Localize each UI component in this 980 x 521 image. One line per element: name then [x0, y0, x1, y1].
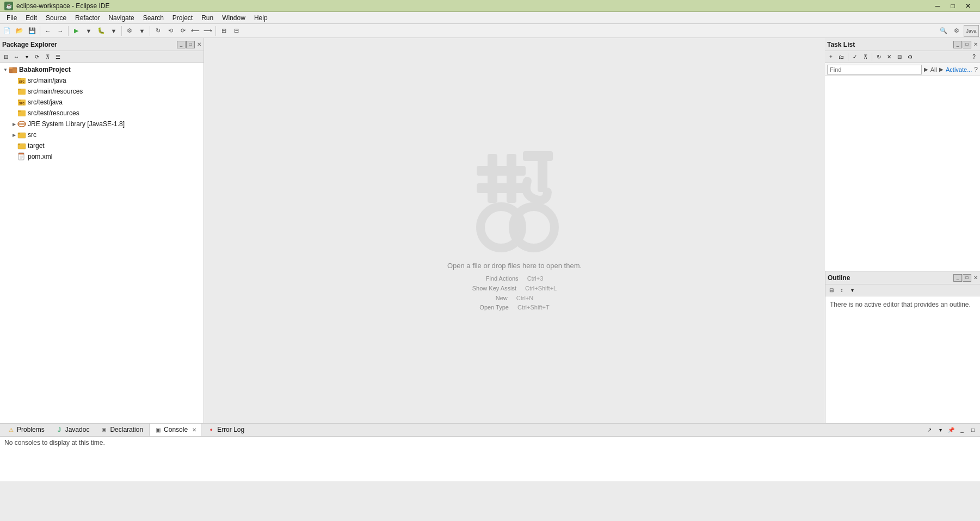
console-close-btn[interactable]: ✕ — [192, 427, 196, 433]
maximize-button[interactable]: □ — [945, 0, 960, 12]
toolbar-search[interactable]: 🔍 — [938, 25, 950, 37]
tl-delete-btn[interactable]: ✕ — [884, 52, 894, 62]
close-button[interactable]: ✕ — [960, 0, 976, 12]
tree-item-src-main-resources[interactable]: ▶ src/main/resources — [0, 86, 204, 97]
pe-viewas-btn[interactable]: ☰ — [53, 52, 63, 62]
tl-filter-btn[interactable]: ⊼ — [860, 52, 870, 62]
tree-item-project[interactable]: ▼ BabakomProject — [0, 64, 204, 75]
tab-declaration[interactable]: ▣ Declaration — [95, 424, 148, 436]
toolbar-debug-dd[interactable]: ▼ — [108, 25, 120, 37]
outline-maximize-btn[interactable]: □ — [963, 274, 971, 282]
src-icon — [17, 131, 26, 139]
tab-javadoc[interactable]: J Javadoc — [51, 424, 95, 436]
tree-item-jre[interactable]: ▶ JRE System Library [JavaSE-1.8] — [0, 119, 204, 129]
tl-close-btn[interactable]: ✕ — [973, 41, 978, 47]
bottom-tab-toolbar: ↗ ▾ 📌 _ □ — [924, 425, 978, 435]
menu-help[interactable]: Help — [250, 12, 272, 23]
bottom-pin-btn[interactable]: 📌 — [946, 425, 956, 435]
pe-minimize-btn[interactable]: _ — [177, 41, 186, 48]
menu-window[interactable]: Window — [218, 12, 250, 23]
toolbar-run[interactable]: ▶ — [70, 25, 82, 37]
tree-item-src[interactable]: ▶ src — [0, 129, 204, 140]
window-controls[interactable]: ─ □ ✕ — [930, 0, 976, 12]
menu-refactor[interactable]: Refactor — [71, 12, 104, 23]
target-label: target — [28, 142, 45, 150]
toolbar-views[interactable]: ⊟ — [230, 25, 242, 37]
toolbar-open[interactable]: 📂 — [14, 25, 26, 37]
menu-project[interactable]: Project — [168, 12, 197, 23]
outline-no-editor-msg: There is no active editor that provides … — [830, 301, 971, 308]
toolbar-run-dd[interactable]: ▼ — [83, 25, 95, 37]
menu-file[interactable]: File — [2, 12, 21, 23]
bottom-open-console-btn[interactable]: ▾ — [935, 425, 945, 435]
pe-filter-btn[interactable]: ⊼ — [42, 52, 52, 62]
task-help-icon[interactable]: ? — [974, 66, 978, 73]
package-explorer-win-btns[interactable]: _ □ — [177, 41, 195, 48]
pe-collapse-btn[interactable]: ⊟ — [1, 52, 11, 62]
tl-minimize-btn[interactable]: _ — [953, 41, 962, 48]
task-find-input[interactable] — [827, 65, 922, 75]
tl-new-btn[interactable]: + — [826, 52, 836, 62]
pom-label: pom.xml — [28, 153, 52, 160]
pe-viewmenu-btn[interactable]: ▾ — [22, 52, 32, 62]
project-icon — [9, 65, 17, 74]
menu-run[interactable]: Run — [197, 12, 218, 23]
pe-link-btn[interactable]: ↔ — [11, 52, 21, 62]
bottom-maximize-btn[interactable]: □ — [968, 425, 978, 435]
svg-rect-7 — [18, 89, 21, 90]
pe-sync-btn[interactable]: ⟳ — [32, 52, 42, 62]
menu-search[interactable]: Search — [139, 12, 168, 23]
toolbar-debug[interactable]: 🐛 — [95, 25, 107, 37]
toolbar-sep-3 — [121, 26, 122, 36]
tl-mark-btn[interactable]: ⊟ — [895, 52, 904, 62]
package-explorer-toolbar: ⊟ ↔ ▾ ⟳ ⊼ ☰ — [0, 51, 204, 63]
tree-item-pom[interactable]: ▶ pom.xml — [0, 151, 204, 162]
toolbar-new[interactable]: 📄 — [1, 25, 13, 37]
bottom-minimize-btn[interactable]: _ — [957, 425, 967, 435]
shortcut-open-type-key: Ctrl+Shift+T — [517, 303, 550, 313]
task-find-bar: ▶ All ▶ Activate... ? — [825, 63, 980, 76]
toolbar-ext1[interactable]: ↻ — [152, 25, 164, 37]
toolbar-ext2[interactable]: ⟲ — [164, 25, 176, 37]
toolbar-ext3[interactable]: ⟳ — [177, 25, 189, 37]
tl-hide-complete-btn[interactable]: ✓ — [850, 52, 860, 62]
tl-newcat-btn[interactable]: 🗂 — [836, 52, 846, 62]
minimize-button[interactable]: ─ — [930, 0, 945, 12]
toolbar-build-dd[interactable]: ▼ — [136, 25, 148, 37]
toolbar-build[interactable]: ⚙ — [124, 25, 135, 37]
menu-navigate[interactable]: Navigate — [104, 12, 138, 23]
outline-sort-btn[interactable]: ↕ — [837, 286, 847, 295]
tl-settings-btn[interactable]: ⚙ — [905, 52, 915, 62]
toolbar-back[interactable]: ← — [42, 25, 54, 37]
tree-item-src-test-java[interactable]: ▶ src src/test/java — [0, 97, 204, 108]
pe-close-btn[interactable]: ✕ — [197, 41, 201, 47]
outline-viewmenu-btn[interactable]: ▾ — [847, 286, 857, 295]
tl-maximize-btn[interactable]: □ — [963, 41, 971, 48]
tl-help-btn[interactable]: ? — [969, 52, 979, 62]
src-label: src — [28, 131, 36, 139]
toolbar-fwd[interactable]: → — [54, 25, 66, 37]
tree-item-src-test-resources[interactable]: ▶ src/test/resources — [0, 108, 204, 119]
pe-maximize-btn[interactable]: □ — [186, 41, 195, 48]
tree-item-src-main-java[interactable]: ▶ src src/main/java — [0, 75, 204, 86]
toolbar-prefs[interactable]: ⚙ — [951, 25, 963, 37]
outline-win-btns[interactable]: _ □ — [953, 274, 971, 282]
toolbar-ext5[interactable]: ⟶ — [202, 25, 214, 37]
task-list-win-btns[interactable]: _ □ — [953, 41, 971, 48]
tl-refresh-btn[interactable]: ↻ — [874, 52, 884, 62]
task-activate-link[interactable]: Activate... — [946, 66, 972, 73]
toolbar-ext4[interactable]: ⟵ — [189, 25, 201, 37]
toolbar-perspective-java[interactable]: Java — [964, 25, 979, 37]
tab-problems[interactable]: ⚠ Problems — [2, 424, 50, 436]
bottom-new-console-btn[interactable]: ↗ — [924, 425, 934, 435]
tree-item-target[interactable]: ▶ target — [0, 140, 204, 151]
outline-minimize-btn[interactable]: _ — [953, 274, 962, 282]
menu-source[interactable]: Source — [41, 12, 71, 23]
toolbar-save[interactable]: 💾 — [26, 25, 38, 37]
menu-edit[interactable]: Edit — [21, 12, 41, 23]
outline-close-btn[interactable]: ✕ — [973, 275, 978, 281]
outline-collapse-btn[interactable]: ⊟ — [827, 286, 836, 295]
tab-console[interactable]: ▣ Console ✕ — [149, 424, 201, 436]
toolbar-perspectives[interactable]: ⊞ — [218, 25, 230, 37]
tab-error-log[interactable]: ● Error Log — [202, 424, 249, 436]
